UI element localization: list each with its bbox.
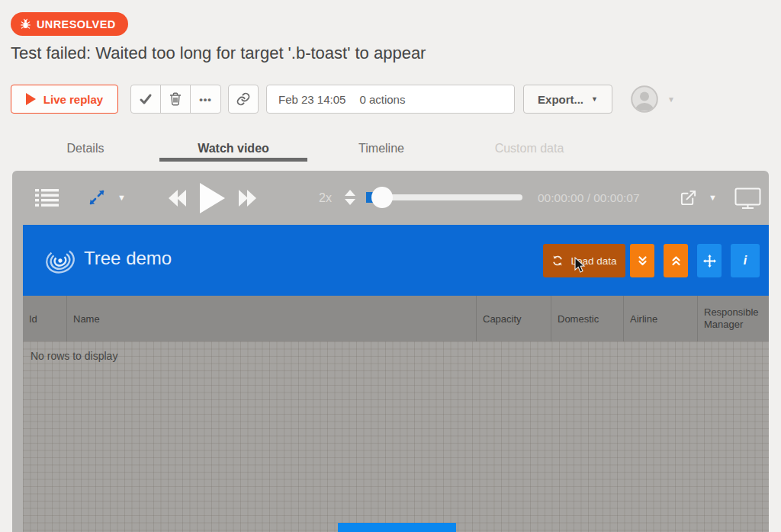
chevron-down-icon[interactable]: ▼ — [117, 193, 126, 202]
mouse-cursor-icon — [574, 257, 589, 274]
collapse-all-button — [630, 244, 654, 277]
run-actions-count: 0 actions — [359, 93, 405, 106]
column-header-responsible-manager: Responsible Manager — [698, 296, 769, 341]
export-button[interactable]: Export... ▼ — [523, 85, 612, 114]
seek-slider[interactable] — [366, 194, 522, 200]
seek-slider-handle[interactable] — [371, 187, 393, 208]
info-button: i — [731, 244, 760, 277]
bug-icon — [20, 18, 31, 30]
permalink-button[interactable] — [228, 85, 259, 114]
tab-details[interactable]: Details — [11, 135, 159, 162]
recorded-app-header: Tree demo Load data — [23, 225, 769, 296]
result-actions-group: ••• — [130, 85, 221, 114]
playback-time: 00:00:00 / 00:00:07 — [538, 191, 640, 205]
monitor-icon[interactable] — [734, 187, 761, 209]
page-title: Test failed: Waited too long for target … — [11, 43, 426, 63]
more-actions-button[interactable]: ••• — [191, 85, 220, 113]
recorded-table-header: Id Name Capacity Domestic Airline Respon… — [23, 296, 769, 341]
run-date: Feb 23 14:05 — [278, 93, 346, 106]
step-down-icon[interactable] — [345, 199, 355, 205]
column-header-name: Name — [67, 296, 477, 341]
refresh-icon — [551, 255, 564, 267]
live-replay-label: Live replay — [43, 93, 103, 106]
resolve-button[interactable] — [131, 85, 161, 113]
trash-icon — [169, 92, 182, 106]
recorded-table-body: No rows to display — [23, 341, 769, 532]
status-badge: UNRESOLVED — [11, 12, 128, 36]
chevron-down-icon: ▼ — [667, 95, 675, 104]
video-frame[interactable]: Tree demo Load data — [23, 225, 769, 532]
tab-timeline[interactable]: Timeline — [307, 135, 455, 162]
tab-custom-data: Custom data — [455, 135, 603, 162]
result-tabs: Details Watch video Timeline Custom data — [11, 135, 603, 162]
result-toolbar: Live replay ••• — [11, 85, 675, 114]
status-badge-label: UNRESOLVED — [37, 18, 116, 30]
expand-all-button — [664, 244, 688, 277]
user-menu[interactable]: ▼ — [631, 85, 675, 114]
column-header-airline: Airline — [624, 296, 698, 341]
speed-stepper[interactable] — [345, 190, 355, 205]
resize-icon[interactable] — [88, 189, 105, 206]
step-list-icon[interactable] — [35, 189, 59, 207]
chevron-down-icon[interactable]: ▼ — [709, 193, 717, 202]
recorded-toast-partial — [338, 523, 456, 532]
tab-watch-video[interactable]: Watch video — [159, 135, 307, 162]
checkmark-icon — [139, 93, 153, 105]
playback-speed: 2x — [319, 191, 332, 205]
ellipsis-icon: ••• — [199, 94, 212, 105]
recorded-app-title: Tree demo — [84, 248, 172, 269]
empty-rows-message: No rows to display — [31, 350, 117, 362]
play-icon — [26, 93, 36, 105]
active-tab-underline — [159, 158, 307, 162]
rewind-button[interactable] — [169, 190, 186, 207]
app-logo-icon — [43, 243, 78, 278]
delete-button[interactable] — [161, 85, 191, 113]
player-toolbar: ▼ 2x 00:00:00 / 00:00:07 ▼ — [12, 171, 769, 225]
video-player: ▼ 2x 00:00:00 / 00:00:07 ▼ — [12, 171, 769, 532]
play-button[interactable] — [200, 183, 225, 213]
column-header-id: Id — [23, 296, 67, 341]
chevron-down-icon: ▼ — [591, 96, 598, 103]
live-replay-button[interactable]: Live replay — [11, 85, 118, 114]
fast-forward-button[interactable] — [239, 190, 256, 207]
move-icon — [697, 244, 722, 277]
column-header-domestic: Domestic — [551, 296, 624, 341]
avatar — [631, 85, 658, 113]
run-date-field[interactable]: Feb 23 14:05 0 actions — [266, 85, 515, 114]
external-link-icon[interactable] — [680, 189, 697, 207]
column-header-capacity: Capacity — [477, 296, 551, 341]
step-up-icon[interactable] — [345, 190, 355, 196]
export-label: Export... — [538, 93, 583, 106]
link-icon — [236, 91, 251, 107]
info-icon: i — [744, 254, 747, 268]
